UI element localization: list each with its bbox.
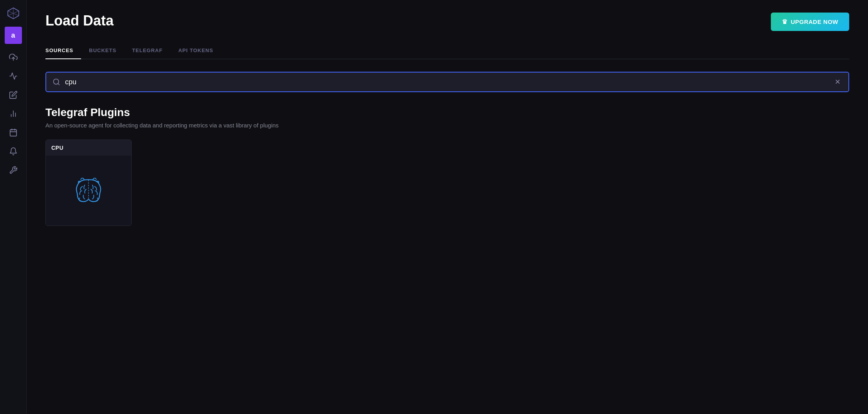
search-container: ✕ [45,72,849,92]
sidebar-item-tasks[interactable] [5,124,22,141]
sidebar-item-settings[interactable] [5,162,22,179]
page-title: Load Data [45,13,114,29]
app-logo [5,5,22,22]
wrench-icon [9,166,18,174]
tab-api-tokens[interactable]: API TOKENS [170,44,221,59]
tab-buckets[interactable]: BUCKETS [81,44,124,59]
chart-icon [9,109,18,118]
plugin-card-cpu-header: CPU [46,140,131,156]
cpu-brain-icon [67,169,110,212]
plugins-grid: CPU [45,140,849,226]
bell-icon [9,147,18,156]
sidebar-item-upload[interactable] [5,49,22,66]
sidebar-item-notebooks[interactable] [5,86,22,104]
search-input-wrapper: ✕ [45,72,849,92]
search-input[interactable] [65,78,833,86]
main-content: Load Data ♛ UPGRADE NOW SOURCES BUCKETS … [27,0,868,414]
telegraf-plugins-section: Telegraf Plugins An open-source agent fo… [45,106,849,226]
plugin-card-cpu-body [46,156,131,225]
sidebar-item-dashboards[interactable] [5,105,22,122]
upgrade-button[interactable]: ♛ UPGRADE NOW [771,13,849,31]
plugin-card-cpu[interactable]: CPU [45,140,132,226]
sidebar-item-metrics[interactable] [5,67,22,85]
search-clear-button[interactable]: ✕ [833,76,842,88]
crown-icon: ♛ [782,18,788,25]
calendar-icon [9,128,18,137]
sidebar-item-alerts[interactable] [5,143,22,160]
section-title: Telegraf Plugins [45,106,849,119]
sidebar: a [0,0,27,414]
upload-icon [9,53,18,62]
logo-icon [6,6,20,20]
section-subtitle: An open-source agent for collecting data… [45,122,849,129]
tab-sources[interactable]: SOURCES [45,44,81,59]
search-icon [52,78,60,86]
page-header: Load Data ♛ UPGRADE NOW [45,13,849,31]
main-tabs: SOURCES BUCKETS TELEGRAF API TOKENS [45,44,849,59]
svg-line-9 [58,84,60,85]
wave-icon [9,72,18,80]
edit-icon [9,91,18,99]
svg-rect-4 [10,130,16,136]
tab-telegraf[interactable]: TELEGRAF [124,44,170,59]
user-avatar[interactable]: a [5,27,22,44]
